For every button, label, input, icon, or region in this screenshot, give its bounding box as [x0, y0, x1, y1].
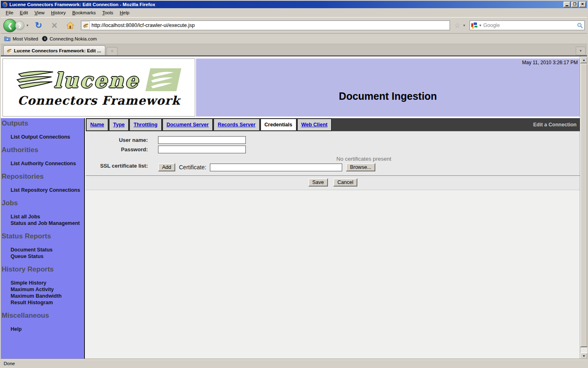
minimize-button[interactable] [564, 2, 570, 7]
sidebar-section-repositories: Repositories List Repository Connections [2, 173, 84, 193]
forward-button[interactable]: ❯ [15, 21, 24, 30]
scrollbar-thumb[interactable] [580, 63, 587, 347]
bookmark-label: Most Visited [13, 36, 38, 41]
certificate-label: Certificate: [179, 164, 206, 171]
logo-wing-icon [16, 70, 54, 90]
firefox-icon [2, 2, 8, 7]
stop-button[interactable]: ✕ [47, 21, 62, 30]
sidebar-section-miscellaneous: Miscellaneous Help [2, 312, 84, 332]
active-browser-tab[interactable]: Lucene Connectors Framework: Edit ... [3, 45, 105, 55]
credentials-form: User name: Password: SSL certificate lis… [86, 131, 580, 190]
info-icon: i [42, 36, 47, 41]
main-content: Name Type Throttling Document Server Rec… [86, 118, 580, 359]
password-input[interactable] [158, 146, 246, 153]
sidebar-item-maximum-activity[interactable]: Maximum Activity [11, 286, 84, 293]
sidebar-header: History Reports [2, 265, 84, 274]
vertical-scrollbar[interactable]: ▲ ▼ [580, 56, 587, 359]
sidebar-header: Miscellaneous [2, 312, 84, 320]
certificate-input[interactable] [210, 164, 342, 171]
status-text: Done [4, 361, 15, 366]
sidebar-section-authorities: Authorities List Authority Connections [2, 146, 84, 167]
site-favicon [82, 21, 90, 29]
sidebar-item-document-status[interactable]: Document Status [11, 247, 84, 253]
status-bar: Done [1, 359, 587, 367]
sidebar-item-help[interactable]: Help [11, 326, 84, 332]
sidebar-item-simple-history[interactable]: Simple History [11, 280, 84, 286]
tab-document-server[interactable]: Document Server [163, 119, 213, 131]
tab-credentials[interactable]: Credentials [261, 119, 296, 131]
username-label: User name: [86, 137, 148, 143]
home-button[interactable] [62, 22, 78, 29]
sidebar-item-list-all-jobs[interactable]: List all Jobs [11, 213, 84, 220]
sidebar-item-list-output-connections[interactable]: List Output Connections [11, 134, 84, 140]
menu-edit[interactable]: Edit [17, 9, 31, 16]
sidebar-section-outputs: Outputs List Output Connections [2, 119, 84, 140]
sidebar-header: Status Reports [2, 232, 84, 240]
bookmark-star-icon[interactable]: ☆ [453, 21, 461, 30]
bookmark-dropdown-icon[interactable]: ▾ [461, 23, 467, 27]
scroll-up-button[interactable]: ▲ [580, 56, 587, 63]
sidebar-section-jobs: Jobs List all Jobs Status and Job Manage… [2, 199, 84, 227]
cancel-button[interactable]: Cancel [333, 178, 357, 186]
sidebar-item-result-histogram[interactable]: Result Histogram [11, 299, 84, 306]
tab-web-client[interactable]: Web Client [297, 119, 332, 131]
history-dropdown-icon[interactable]: ▾ [24, 23, 31, 27]
menu-view[interactable]: View [31, 9, 48, 16]
page-viewport: lucene Connectors Framework May 11, 2010… [1, 56, 587, 359]
password-label: Password: [86, 146, 148, 153]
sidebar-item-list-repository-connections[interactable]: List Repository Connections [11, 187, 84, 193]
navigation-toolbar: ❮ ❯ ▾ ↻ ✕ ☆ ▾ [1, 18, 587, 34]
menu-bookmarks[interactable]: Bookmarks [69, 9, 99, 16]
sidebar-item-maximum-bandwidth[interactable]: Maximum Bandwidth [11, 293, 84, 299]
reload-button[interactable]: ↻ [31, 19, 47, 31]
lucene-logo: lucene Connectors Framework [2, 58, 195, 117]
menu-bar: File Edit View History Bookmarks Tools H… [1, 8, 587, 18]
search-engine-dropdown-icon[interactable]: ▾ [477, 23, 483, 27]
sidebar-header: Authorities [2, 146, 84, 154]
url-input[interactable] [91, 22, 449, 28]
sidebar: Outputs List Output Connections Authorit… [1, 118, 85, 359]
tab-title: Lucene Connectors Framework: Edit ... [14, 48, 101, 53]
browse-button[interactable]: Browse... [346, 163, 375, 171]
menu-help[interactable]: Help [116, 9, 133, 16]
logo-subtitle: Connectors Framework [18, 94, 180, 108]
no-certificates-text: No certificates present [148, 156, 580, 162]
page-title: Document Ingestion [196, 90, 580, 102]
home-icon [66, 22, 74, 29]
search-input[interactable] [483, 22, 577, 28]
logo-book-icon [144, 67, 181, 93]
save-button[interactable]: Save [308, 178, 328, 186]
menu-history[interactable]: History [48, 9, 69, 16]
sidebar-section-status-reports: Status Reports Document Status Queue Sta… [2, 232, 84, 260]
page-banner: May 11, 2010 3:26:17 PM Document Ingesti… [196, 58, 580, 117]
list-all-tabs-button[interactable]: ▾ [576, 47, 586, 55]
sidebar-section-history-reports: History Reports Simple History Maximum A… [2, 265, 84, 306]
sidebar-header: Repositories [2, 173, 84, 181]
close-button[interactable]: ✕ [579, 2, 586, 7]
search-bar[interactable]: ▾ [470, 20, 585, 30]
menu-tools[interactable]: Tools [99, 9, 116, 16]
tab-type[interactable]: Type [109, 119, 129, 131]
username-input[interactable] [158, 136, 246, 144]
menu-file[interactable]: File [2, 9, 17, 16]
tab-name[interactable]: Name [86, 119, 108, 131]
sidebar-item-list-authority-connections[interactable]: List Authority Connections [11, 160, 84, 167]
search-go-icon[interactable] [577, 22, 583, 29]
sidebar-item-queue-status[interactable]: Queue Status [11, 253, 84, 260]
sidebar-header: Jobs [2, 199, 84, 207]
url-bar[interactable] [81, 20, 450, 30]
bookmark-connecting-nokia[interactable]: i Connecting.Nokia.com [41, 35, 100, 42]
new-tab-button[interactable]: + [107, 47, 118, 55]
tab-throttling[interactable]: Throttling [129, 119, 161, 131]
timestamp: May 11, 2010 3:26:17 PM [522, 60, 578, 65]
sidebar-header: Outputs [2, 119, 84, 128]
add-button[interactable]: Add [158, 163, 175, 171]
bookmark-most-visited[interactable]: Most Visited [3, 35, 41, 42]
restore-button[interactable]: ❐ [571, 2, 578, 7]
scroll-down-button[interactable]: ▼ [580, 352, 587, 359]
folder-icon [4, 36, 11, 41]
sidebar-item-status-and-job-management[interactable]: Status and Job Management [11, 220, 84, 227]
tab-records-server[interactable]: Records Server [214, 119, 259, 131]
bookmark-label: Connecting.Nokia.com [49, 36, 97, 41]
tab-favicon [7, 48, 12, 53]
